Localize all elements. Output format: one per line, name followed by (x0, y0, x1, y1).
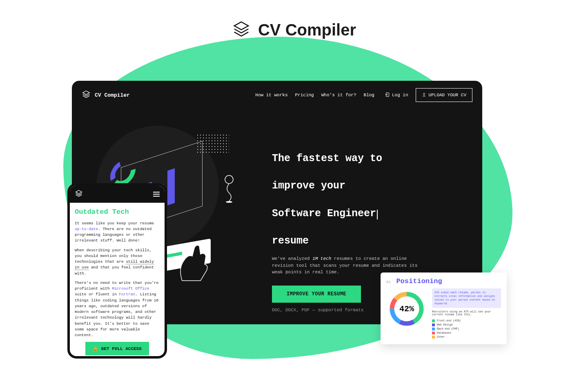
card-number: 01 (386, 280, 391, 284)
positioning-note: ATS scans each resume, parses it, extrac… (432, 288, 501, 308)
tip-paragraph-3: There's no need to write that you're pro… (75, 280, 160, 339)
svg-point-2 (113, 159, 133, 186)
nav-who[interactable]: Who's it for? (321, 93, 356, 97)
card-title-row: 01 Positioning (386, 277, 501, 285)
app-header: CV Compiler How it works Pricing Who's i… (72, 81, 482, 109)
login-label: Log in (392, 93, 408, 97)
legend-item: Front-end (42%) (432, 319, 501, 322)
nav-login[interactable]: Log in (385, 92, 408, 98)
mobile-content: Outdated Tech It seems like you keep you… (70, 203, 165, 359)
card-title: Positioning (396, 277, 442, 285)
hero-title: The fastest way to improve your Software… (272, 138, 466, 248)
tip-title: Outdated Tech (75, 207, 160, 217)
improve-resume-button[interactable]: IMPROVE YOUR RESUME (272, 286, 361, 303)
stack-icon (82, 90, 91, 101)
login-icon (385, 92, 390, 98)
get-full-access-button[interactable]: 🔒 GET FULL ACCESS (85, 342, 149, 355)
page-logo: CV Compiler (232, 20, 356, 40)
brand[interactable]: CV Compiler (82, 90, 130, 101)
legend-item: Other (432, 336, 501, 339)
nav-pricing[interactable]: Pricing (295, 93, 314, 97)
logo-text: CV Compiler (258, 21, 356, 39)
donut-chart: 42% (386, 288, 427, 329)
stack-icon (75, 189, 83, 199)
tip-paragraph-2: When describing your tech skills, you sh… (75, 248, 160, 277)
nav-how-it-works[interactable]: How it works (255, 93, 287, 97)
positioning-subtext: Recruiters using an ATS will see your cu… (432, 310, 501, 316)
stack-icon (232, 20, 251, 40)
donut-percent: 42% (399, 304, 414, 314)
nav-blog[interactable]: Blog (364, 93, 374, 97)
upload-icon (422, 92, 426, 98)
hand-icon (174, 240, 211, 289)
positioning-card: 01 Positioning 42% ATS scans each resume… (381, 272, 507, 344)
mobile-preview: Outdated Tech It seems like you keep you… (67, 183, 167, 359)
lock-icon: 🔒 (93, 346, 98, 351)
tip-paragraph-1: It seems like you keep your resume up-to… (75, 221, 160, 244)
hamburger-icon[interactable] (153, 192, 160, 197)
upload-label: UPLOAD YOUR CV (429, 93, 466, 97)
chart-legend: Front-end (42%) Web Design Back-end (PHP… (432, 319, 501, 339)
brand-name: CV Compiler (95, 92, 130, 98)
main-nav: How it works Pricing Who's it for? Blog … (255, 88, 472, 102)
legend-item: Web Design (432, 323, 501, 326)
upload-cv-button[interactable]: UPLOAD YOUR CV (416, 88, 472, 102)
mobile-header (70, 186, 165, 203)
legend-item: Databases (432, 332, 501, 334)
legend-item: Back-end (PHP) (432, 328, 501, 330)
svg-point-5 (226, 201, 232, 203)
lamp-icon (223, 175, 235, 203)
svg-point-4 (225, 175, 233, 184)
